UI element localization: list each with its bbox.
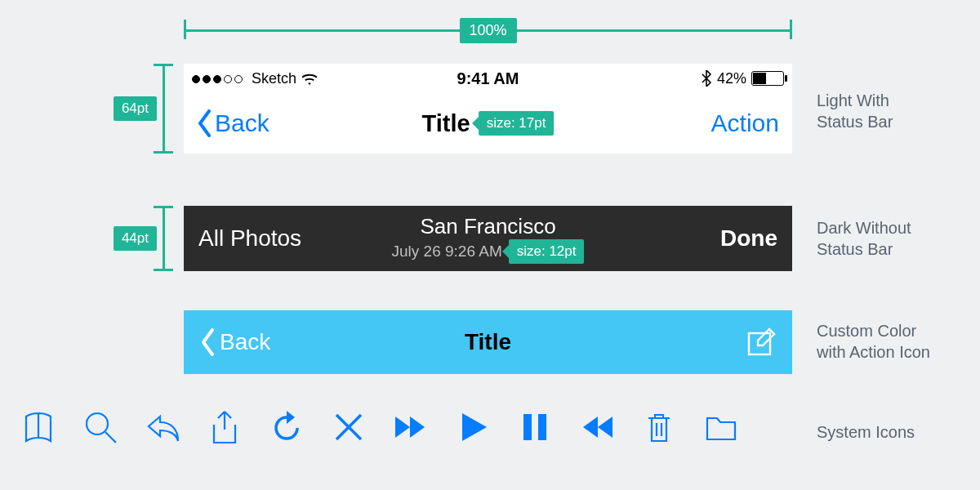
bookmarks-icon[interactable] (20, 408, 57, 446)
fast-forward-icon[interactable] (392, 408, 430, 446)
width-label: 100% (459, 18, 516, 43)
reply-icon[interactable] (144, 408, 181, 446)
svg-rect-2 (523, 414, 532, 440)
trash-icon[interactable] (640, 408, 678, 446)
back-label: Back (215, 109, 270, 137)
navbar-dark: All Photos San Francisco July 26 9:26 AM… (184, 206, 792, 271)
caption-icons: System Icons (817, 421, 915, 443)
navbar-cyan: Back Title (184, 310, 792, 374)
nav-row-light: Back Title size: 17pt Action (184, 93, 792, 154)
svg-point-1 (87, 413, 108, 434)
signal-dots-icon (192, 75, 243, 83)
height-label-light: 64pt (114, 96, 157, 121)
height-label-dark: 44pt (114, 226, 157, 251)
caption-dark: Dark Without Status Bar (817, 217, 911, 260)
size-badge-title: size: 17pt (479, 111, 555, 136)
search-icon[interactable] (82, 408, 119, 446)
height-ruler-dark: 44pt (155, 206, 172, 271)
play-icon[interactable] (454, 408, 492, 446)
status-time: 9:41 AM (457, 69, 519, 88)
pause-icon[interactable] (516, 408, 554, 446)
width-ruler: 100% (184, 18, 792, 41)
back-button[interactable]: Back (197, 109, 270, 137)
height-ruler-light: 64pt (155, 64, 172, 154)
action-button[interactable]: Action (711, 109, 779, 137)
caption-light: Light With Status Bar (817, 90, 893, 132)
bluetooth-icon (701, 70, 712, 87)
battery-pct: 42% (717, 70, 746, 87)
rewind-icon[interactable] (578, 408, 616, 446)
cyan-title: Title (465, 329, 511, 355)
compose-icon[interactable] (746, 327, 776, 357)
battery-icon (751, 71, 784, 86)
nav-title: Title (422, 110, 470, 137)
chevron-left-icon (197, 109, 213, 137)
navbar-light: Sketch 9:41 AM 42% Back Title size: 17pt… (184, 64, 792, 154)
dark-left-button[interactable]: All Photos (198, 225, 301, 252)
caption-cyan: Custom Color with Action Icon (817, 320, 930, 363)
folder-icon[interactable] (702, 408, 740, 446)
system-icons-row (20, 408, 740, 446)
dark-subtitle: July 26 9:26 AM (392, 243, 502, 261)
share-icon[interactable] (206, 408, 243, 446)
dark-title: San Francisco (392, 214, 585, 239)
chevron-left-icon (200, 328, 216, 356)
cyan-back-button[interactable]: Back (200, 328, 270, 356)
dark-done-button[interactable]: Done (720, 225, 777, 252)
svg-rect-3 (538, 414, 546, 440)
status-bar: Sketch 9:41 AM 42% (184, 64, 792, 93)
refresh-icon[interactable] (268, 408, 305, 446)
wifi-icon (301, 73, 318, 86)
close-icon[interactable] (330, 408, 368, 446)
svg-rect-0 (749, 333, 770, 354)
cyan-back-label: Back (220, 329, 270, 355)
carrier-label: Sketch (252, 70, 296, 87)
size-badge-subtitle: size: 12pt (509, 239, 585, 264)
